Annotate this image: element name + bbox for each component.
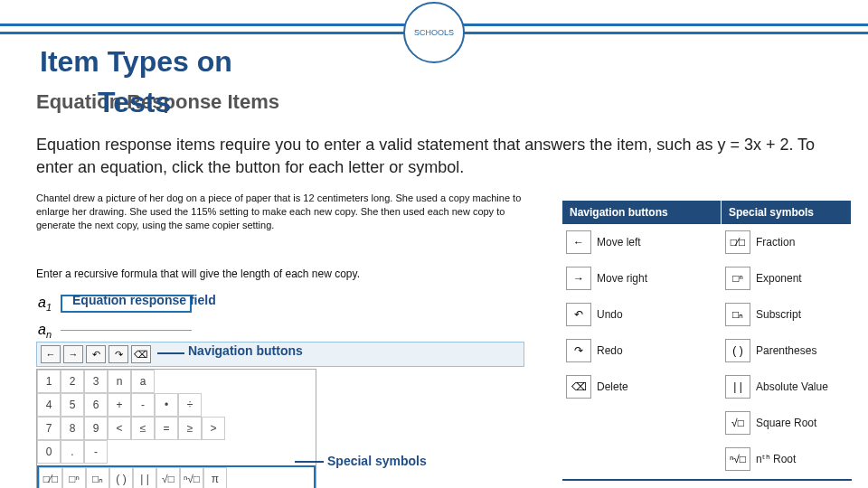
arrow-icon — [295, 461, 324, 463]
nav-label: Undo — [597, 308, 722, 321]
problem-prompt: Enter a recursive formula that will give… — [36, 267, 542, 280]
table-row: √□Square Root — [562, 405, 852, 441]
nav-label: Redo — [597, 344, 722, 357]
table-row: ↶Undo□ₙSubscript — [562, 296, 852, 333]
nav-label: Move right — [597, 272, 722, 285]
keypad-key[interactable]: + — [108, 393, 131, 417]
a1-var: a1 — [38, 295, 52, 310]
keypad-key[interactable]: - — [131, 393, 155, 417]
nav-buttons-callout: Navigation buttons — [188, 343, 303, 358]
symbol-label: Subscript — [756, 308, 852, 321]
arrow-icon — [157, 352, 184, 354]
nav-button[interactable]: ← — [41, 345, 61, 363]
keypad-key[interactable]: 2 — [61, 370, 84, 393]
keypad-key[interactable]: ÷ — [178, 393, 202, 417]
table-row: ⌫Delete| |Absolute Value — [562, 369, 852, 405]
keypad-key[interactable]: 8 — [61, 417, 84, 440]
keypad-key[interactable]: > — [202, 417, 225, 440]
nav-icon: → — [566, 267, 591, 290]
table-bottom-rule — [562, 479, 852, 481]
symbol-icon: ( ) — [725, 339, 750, 362]
symbol-icon: □ⁿ — [725, 267, 750, 290]
keypad-key[interactable]: ≥ — [178, 417, 202, 440]
nav-button[interactable]: → — [63, 345, 83, 363]
slide-title-line1: Item Types on — [40, 45, 232, 79]
keypad-key[interactable]: 7 — [37, 417, 61, 440]
keypad-key[interactable]: 1 — [37, 370, 61, 393]
symbol-label: Exponent — [756, 272, 852, 285]
symbol-label: Absolute Value — [756, 380, 852, 393]
nav-buttons-row: ←→↶↷⌫ Navigation buttons — [36, 342, 524, 367]
table-row: ↷Redo( )Parentheses — [562, 333, 852, 369]
keypad-key[interactable]: 0 — [37, 440, 61, 464]
keypad-key[interactable]: 5 — [61, 393, 84, 417]
nav-icon: ← — [566, 230, 591, 254]
symbol-icon: | | — [725, 375, 750, 399]
symbol-key[interactable]: π — [203, 467, 227, 488]
keypad-key[interactable]: = — [155, 417, 178, 440]
table-row: ⁿ√□nᵗʰ Root — [562, 441, 852, 477]
special-symbols-row: □⁄□□ⁿ□ₙ( )| |√□ⁿ√□π — [37, 465, 316, 488]
header-nav: Navigation buttons — [562, 201, 722, 224]
table-row: ←Move left□⁄□Fraction — [562, 224, 852, 260]
an-var: an — [38, 322, 52, 337]
nav-label: Delete — [597, 380, 722, 393]
nav-icon: ⌫ — [566, 375, 591, 399]
nav-button[interactable]: ⌫ — [131, 345, 151, 363]
an-input-line[interactable] — [61, 330, 192, 331]
symbol-icon: □ₙ — [725, 303, 750, 326]
an-row: an — [38, 322, 192, 340]
table-row: →Move right□ⁿExponent — [562, 260, 852, 296]
keypad-key[interactable]: - — [84, 440, 108, 464]
symbol-label: nᵗʰ Root — [756, 453, 852, 465]
slide-title-line2: Tests — [98, 86, 171, 119]
nav-icon: ↶ — [566, 303, 591, 326]
symbol-label: Square Root — [756, 417, 852, 429]
symbol-label: Parentheses — [756, 344, 852, 357]
keypad-key[interactable]: 3 — [84, 370, 108, 393]
symbol-label: Fraction — [756, 236, 852, 249]
keypad-key[interactable]: . — [61, 440, 84, 464]
symbol-key[interactable]: □⁄□ — [39, 467, 62, 488]
special-symbols-callout: Special symbols — [327, 454, 427, 468]
symbol-key[interactable]: □ₙ — [86, 467, 109, 488]
keypad-key[interactable]: a — [131, 370, 155, 393]
intro-paragraph: Equation response items require you to e… — [36, 134, 832, 179]
symbol-icon: ⁿ√□ — [725, 447, 750, 471]
keypad-key[interactable]: • — [155, 393, 178, 417]
keypad-key[interactable]: ≤ — [131, 417, 155, 440]
header-sym: Special symbols — [722, 201, 852, 224]
keypad-key[interactable]: n — [108, 370, 131, 393]
table-header: Navigation buttons Special symbols — [562, 201, 852, 224]
keypad-key[interactable]: 6 — [84, 393, 108, 417]
symbol-key[interactable]: ⁿ√□ — [180, 467, 203, 488]
symbol-icon: □⁄□ — [725, 230, 750, 254]
sample-problem: Chantel drew a picture of her dog on a p… — [36, 192, 542, 232]
keypad-key[interactable]: 4 — [37, 393, 61, 417]
nav-icon: ↷ — [566, 339, 591, 362]
symbol-key[interactable]: ( ) — [109, 467, 133, 488]
keypad-key[interactable]: < — [108, 417, 131, 440]
keypad-key[interactable]: 9 — [84, 417, 108, 440]
nav-button[interactable]: ↶ — [86, 345, 106, 363]
keypad: 123na456+-•÷789<≤=≥>0.-□⁄□□ⁿ□ₙ( )| |√□ⁿ√… — [36, 369, 316, 488]
equation-field-callout: Equation response field — [72, 293, 216, 307]
symbol-key[interactable]: √□ — [156, 467, 180, 488]
nav-button[interactable]: ↷ — [108, 345, 128, 363]
legend-table: Navigation buttons Special symbols ←Move… — [562, 201, 852, 477]
nav-label: Move left — [597, 236, 722, 249]
school-logo: SCHOOLS — [403, 2, 465, 63]
symbol-key[interactable]: □ⁿ — [62, 467, 86, 488]
symbol-key[interactable]: | | — [133, 467, 156, 488]
symbol-icon: √□ — [725, 411, 750, 435]
